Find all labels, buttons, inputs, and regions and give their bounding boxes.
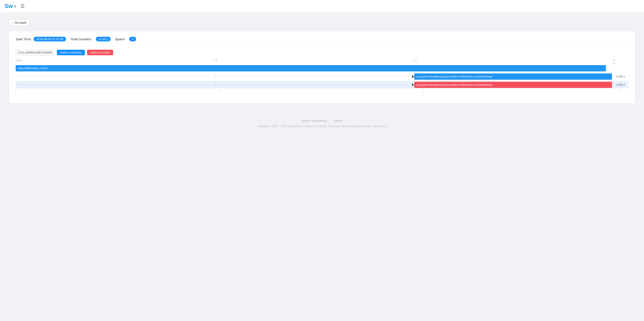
time-label-1s: 1 s	[214, 59, 217, 62]
span-duration-2: 1.005 s	[615, 75, 628, 78]
footer-copyright: Copyright © 2017 - 2018 The Apache Softw…	[0, 125, 644, 128]
legend-consumer: dubbo-consumer	[57, 50, 85, 55]
span-bar-1[interactable]: easy-hello(name) 3.018 s	[16, 65, 606, 72]
footer-link-skywalking[interactable]: Apache SkyWalking	[301, 119, 327, 122]
logo-dot	[14, 5, 16, 7]
total-duration-label: Total Duration	[70, 37, 91, 41]
trace-info-row: Start Time 2018-09-03 07:37:48 Total Dur…	[16, 37, 628, 45]
span-label-3: org.apache.skywalking.demo.interfaces.He…	[416, 84, 492, 86]
hamburger-menu-icon[interactable]: ☰	[20, 4, 25, 9]
span-bar-3[interactable]: org.apache.skywalking.demo.interfaces.He…	[414, 82, 612, 88]
span-row-1: easy-hello(name) 3.018 s	[16, 65, 628, 72]
logo: Sw	[4, 3, 16, 10]
span-label-1: easy-hello(name) 3.018 s	[18, 67, 48, 70]
timeline: 0 ms 1 s 2 s 3 s easy-hello(name) 3.018 …	[16, 59, 628, 97]
trace-card: Start Time 2018-09-03 07:37:48 Total Dur…	[9, 31, 635, 104]
span-bar-container-1: easy-hello(name) 3.018 s	[16, 65, 615, 72]
span-label-2: org.apache.skywalking.demo.interfaces.He…	[416, 75, 492, 78]
go-back-label: Go back	[15, 21, 26, 24]
span-row-2: org.apache.skywalking.demo.interfaces.He…	[16, 73, 628, 80]
time-label-0ms: 0 ms	[16, 59, 22, 62]
footer-link-github[interactable]: GitHub	[334, 119, 342, 122]
spans-label: Spans	[115, 37, 125, 41]
footer-links: Apache SkyWalking GitHub	[0, 119, 644, 122]
logo-text: Sw	[4, 3, 13, 10]
span-rows: easy-hello(name) 3.018 s	[16, 65, 628, 97]
span-row-3: org.apache.skywalking.demo.interfaces.He…	[16, 81, 628, 88]
span-bar-container-3: org.apache.skywalking.demo.interfaces.He…	[16, 82, 615, 88]
time-axis: 0 ms 1 s 2 s 3 s	[16, 59, 615, 64]
span-bar-container-2: org.apache.skywalking.demo.interfaces.He…	[16, 74, 615, 80]
footer: Apache SkyWalking GitHub Copyright © 201…	[0, 110, 644, 132]
start-time-label: Start Time	[16, 37, 31, 41]
legend-row: 5.42.15359314687200005 dubbo-consumer du…	[16, 50, 628, 55]
time-label-3s: 3 s	[613, 59, 615, 65]
span-duration-3: 1.003 s	[615, 83, 628, 86]
span-row-empty	[16, 90, 628, 97]
chevron-left-icon: ‹	[12, 21, 14, 24]
app-header: Sw ☰	[0, 0, 644, 12]
time-label-2s: 2 s	[413, 59, 416, 62]
trace-id: 5.42.15359314687200005	[16, 50, 55, 55]
span-bar-2[interactable]: org.apache.skywalking.demo.interfaces.He…	[414, 74, 612, 80]
main-content: ‹ Go back Start Time 2018-09-03 07:37:48…	[0, 12, 644, 110]
go-back-button[interactable]: ‹ Go back	[9, 19, 30, 26]
legend-provider: dubbo-provider	[87, 50, 113, 55]
spans-count: 3	[129, 37, 136, 42]
total-duration-value: 3.018 s	[96, 37, 111, 42]
start-time-value: 2018-09-03 07:37:48	[34, 37, 66, 42]
